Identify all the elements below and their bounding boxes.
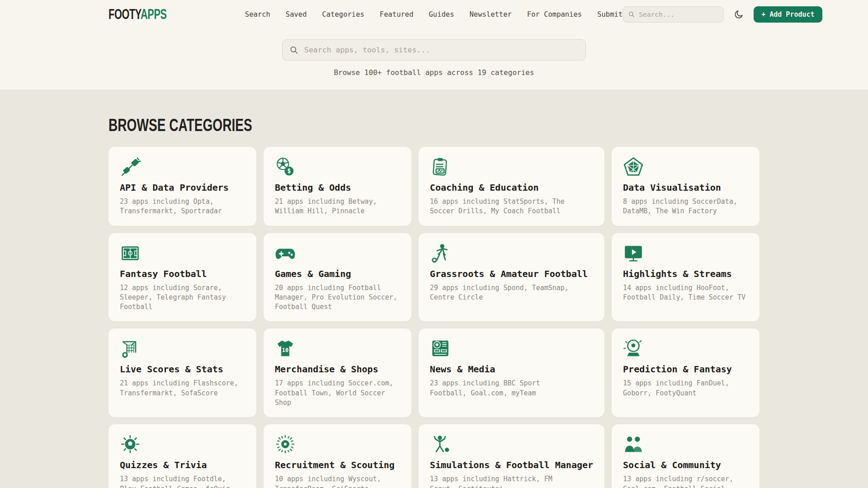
category-title: Grassroots & Amateur Football [430, 268, 593, 279]
nav-item-newsletter[interactable]: Newsletter [470, 10, 512, 19]
category-card-quizzes-trivia[interactable]: Quizzes & Trivia13 apps including Footdl… [108, 424, 256, 488]
scout-eye-icon [275, 434, 296, 455]
category-card-api-data-providers[interactable]: API & Data Providers23 apps including Op… [108, 147, 256, 226]
category-description: 21 apps including Betway, William Hill, … [275, 197, 400, 216]
category-card-fantasy-football[interactable]: Fantasy Football12 apps including Sorare… [108, 233, 256, 322]
category-description: 8 apps including SoccerData, DataMB, The… [623, 197, 748, 216]
category-card-merchandise-shops[interactable]: 10Merchandise & Shops17 apps including S… [264, 328, 411, 417]
top-navbar: FOOTYAPPS SearchSavedCategoriesFeaturedG… [0, 0, 868, 29]
category-title: Live Scores & Stats [120, 364, 245, 375]
categories-grid: API & Data Providers23 apps including Op… [108, 147, 760, 488]
gamepad-icon [275, 243, 296, 263]
header-search-input[interactable] [639, 11, 718, 18]
category-title: Quizzes & Trivia [120, 460, 245, 470]
category-title: Coaching & Education [430, 182, 593, 193]
category-card-news-media[interactable]: News & Media23 apps including BBC Sport … [419, 328, 604, 417]
section-title: BROWSE CATEGORIES [108, 115, 760, 135]
moon-icon [734, 9, 744, 19]
header-search-box[interactable] [623, 6, 724, 23]
category-description: 13 apps including Hattrick, FM Scout, So… [430, 474, 579, 488]
nav-item-search[interactable]: Search [245, 10, 270, 19]
manager-figure-icon [430, 434, 451, 455]
category-card-betting-odds[interactable]: $Betting & Odds21 apps including Betway,… [264, 147, 411, 226]
pentagon-chart-icon [623, 156, 644, 177]
svg-text:$: $ [287, 167, 291, 174]
hero-tagline: Browse 100+ football apps across 19 cate… [0, 68, 868, 77]
nav-item-guides[interactable]: Guides [429, 10, 454, 19]
hero-search-input[interactable] [304, 46, 578, 54]
plug-icon [120, 156, 141, 177]
dark-mode-toggle[interactable] [732, 8, 745, 21]
logo-text-secondary: APPS [141, 6, 167, 22]
category-card-prediction-fantasy[interactable]: Prediction & Fantasy15 apps including Fa… [612, 328, 760, 417]
category-description: 23 apps including BBC Sport Football, Go… [430, 379, 579, 398]
category-description: 14 apps including HooFoot, Football Dail… [623, 283, 748, 303]
category-title: Simulations & Football Manager [430, 460, 593, 470]
crystal-ball-icon [623, 338, 644, 359]
category-description: 21 apps including Flashscore, Transferma… [120, 379, 245, 398]
logo-text-primary: FOOTY [108, 6, 141, 22]
hero-search-box[interactable] [282, 39, 586, 61]
category-title: Prediction & Fantasy [623, 364, 748, 375]
category-description: 16 apps including StatSports, The Soccer… [430, 197, 579, 216]
category-title: Social & Community [623, 460, 748, 470]
highlights-screen-icon [623, 243, 644, 263]
category-title: Betting & Odds [275, 182, 400, 193]
category-title: Fantasy Football [120, 268, 245, 279]
player-ball-icon [430, 243, 451, 263]
category-card-social-community[interactable]: Social & Community13 apps including r/so… [612, 424, 760, 488]
svg-text:10: 10 [282, 347, 288, 354]
category-description: 13 apps including r/soccer, Goal.com, Fo… [623, 474, 748, 488]
category-title: Highlights & Streams [623, 268, 748, 279]
community-people-icon [623, 434, 644, 455]
category-description: 23 apps including Opta, Transfermarkt, S… [120, 197, 245, 216]
category-card-highlights-streams[interactable]: Highlights & Streams14 apps including Ho… [612, 233, 760, 322]
category-card-games-gaming[interactable]: Games & Gaming20 apps including Football… [264, 233, 411, 322]
clipboard-icon [430, 156, 451, 177]
nav-item-saved[interactable]: Saved [286, 10, 307, 19]
search-icon [628, 11, 635, 18]
category-title: Data Visualisation [623, 182, 748, 193]
category-description: 12 apps including Sorare, Sleeper, Teleg… [120, 283, 245, 312]
jersey-icon: 10 [275, 338, 296, 359]
category-description: 15 apps including FanDuel, Goborr, Footy… [623, 379, 748, 398]
newspaper-ball-icon [430, 338, 451, 359]
category-title: News & Media [430, 364, 593, 375]
goal-net-icon [120, 338, 141, 359]
hero-section: Browse 100+ football apps across 19 cate… [0, 29, 868, 89]
category-card-recruitment-scouting[interactable]: Recruitment & Scouting10 apps including … [264, 424, 411, 488]
quiz-ball-icon [120, 434, 141, 455]
category-description: 17 apps including Soccer.com, Football T… [275, 379, 400, 408]
category-title: Recruitment & Scouting [275, 460, 400, 470]
category-card-coaching-education[interactable]: Coaching & Education16 apps including St… [419, 147, 604, 226]
category-description: 29 apps including Spond, TeamSnap, Centr… [430, 283, 579, 303]
category-title: Games & Gaming [275, 268, 400, 279]
site-logo[interactable]: FOOTYAPPS [108, 6, 192, 23]
category-title: API & Data Providers [120, 182, 245, 193]
category-card-live-scores-stats[interactable]: Live Scores & Stats21 apps including Fla… [108, 328, 256, 417]
nav-item-for-companies[interactable]: For Companies [527, 10, 582, 19]
category-description: 20 apps including Football Manager, Pro … [275, 283, 400, 312]
category-title: Merchandise & Shops [275, 364, 400, 375]
category-description: 13 apps including Footdle, Play Football… [120, 474, 245, 488]
nav-item-submit[interactable]: Submit [597, 10, 623, 19]
search-icon [290, 46, 298, 55]
category-description: 10 apps including Wyscout, TransferRoom,… [275, 474, 400, 488]
categories-section: BROWSE CATEGORIES API & Data Providers23… [0, 89, 868, 488]
category-card-simulations-football-manager[interactable]: Simulations & Football Manager13 apps in… [419, 424, 604, 488]
category-card-data-visualisation[interactable]: Data Visualisation8 apps including Socce… [612, 147, 760, 226]
nav-item-categories[interactable]: Categories [322, 10, 364, 19]
add-product-button[interactable]: + Add Product [754, 6, 822, 23]
main-nav: SearchSavedCategoriesFeaturedGuidesNewsl… [245, 10, 623, 19]
pitch-board-icon [120, 243, 141, 263]
category-card-grassroots-amateur-football[interactable]: Grassroots & Amateur Football29 apps inc… [419, 233, 604, 322]
football-coin-icon: $ [275, 156, 296, 177]
nav-item-featured[interactable]: Featured [380, 10, 414, 19]
